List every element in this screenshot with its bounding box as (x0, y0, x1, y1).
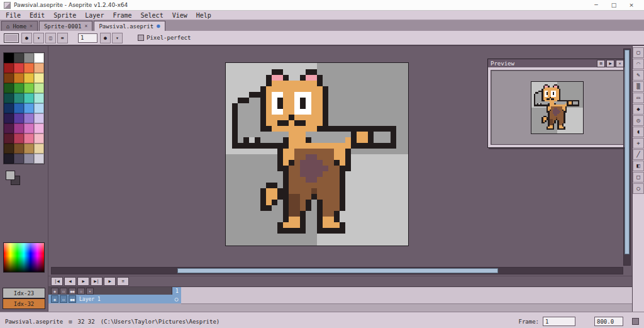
palette-swatch[interactable] (24, 53, 34, 63)
background-index-button[interactable]: Idx-32 (3, 298, 45, 309)
paint-bucket-tool[interactable]: ◧ (633, 161, 644, 171)
palette-swatch[interactable] (34, 53, 44, 63)
palette-swatch[interactable] (14, 144, 24, 154)
playback-options-button[interactable]: ≡ (117, 277, 129, 286)
symmetry-button[interactable]: ◫ (45, 33, 56, 43)
frame-1-header-cell[interactable]: 1 (172, 287, 182, 295)
layer-link-toggle[interactable]: ●● (69, 295, 76, 303)
ink-dropdown-button[interactable]: ▾ (33, 33, 44, 43)
tab-pawsival[interactable]: Pawsival.aseprit ● (94, 21, 165, 31)
palette-swatch[interactable] (14, 154, 24, 164)
move-tool[interactable]: + (633, 138, 644, 149)
palette-swatch[interactable] (24, 113, 34, 123)
tab-home-close-icon[interactable]: × (30, 23, 33, 29)
ellipse-tool[interactable]: ○ (633, 183, 644, 194)
timeline-lock-toggle[interactable]: ◻ (60, 288, 67, 295)
timeline-cel-toggle[interactable]: ▫ (77, 288, 85, 295)
zoom-input[interactable]: 800.0 (594, 317, 623, 326)
palette-swatch[interactable] (34, 144, 44, 154)
tab-sprite-0001[interactable]: Sprite-0001 × (39, 21, 92, 31)
palette-swatch[interactable] (14, 123, 24, 133)
palette-swatch[interactable] (24, 83, 34, 93)
palette-swatch[interactable] (34, 73, 44, 83)
palette-swatch[interactable] (14, 73, 24, 83)
vertical-scrollbar[interactable] (623, 48, 631, 266)
palette-swatch[interactable] (24, 63, 34, 73)
palette-swatch[interactable] (4, 73, 14, 83)
spray-tool[interactable]: ▒ (633, 81, 644, 92)
foreground-index-button[interactable]: Idx-23 (3, 288, 45, 298)
menu-help[interactable]: Help (192, 12, 216, 19)
brush-size-field[interactable]: 1 (78, 33, 97, 43)
palette-swatch[interactable] (4, 53, 14, 63)
cel-cell[interactable]: ◯ (172, 295, 180, 303)
first-frame-button[interactable]: |◀ (51, 277, 63, 286)
palette-swatch[interactable] (24, 133, 34, 144)
menu-layer[interactable]: Layer (80, 12, 108, 19)
palette-swatch[interactable] (34, 103, 44, 113)
prev-frame-button[interactable]: ◀ (64, 277, 76, 286)
ink-swatch-button[interactable] (4, 33, 19, 43)
palette-swatch[interactable] (4, 83, 14, 93)
close-button[interactable]: × (623, 1, 640, 9)
menu-file[interactable]: File (1, 12, 25, 19)
minimize-button[interactable]: ─ (587, 1, 605, 9)
pencil-tool[interactable]: ✎ (633, 70, 644, 81)
sprite-canvas[interactable] (226, 64, 408, 245)
palette-swatch[interactable] (24, 93, 34, 103)
maximize-button[interactable]: □ (605, 1, 623, 9)
palette-swatch[interactable] (24, 103, 34, 113)
last-frame-button[interactable]: ▶ (104, 277, 116, 286)
palette-swatch[interactable] (34, 133, 44, 144)
layer-eye-toggle[interactable]: ◉ (51, 295, 58, 303)
palette-swatch[interactable] (14, 83, 24, 93)
palette-swatch[interactable] (4, 113, 14, 123)
preview-play-button[interactable]: ▶ (606, 60, 614, 67)
brush-type-button[interactable]: ● (21, 33, 32, 43)
palette-swatch[interactable] (14, 53, 24, 63)
menu-edit[interactable]: Edit (25, 12, 49, 19)
slice-tool[interactable]: ╱ (633, 149, 644, 160)
next-frame-button[interactable]: ▶| (91, 277, 103, 286)
preview-title-bar[interactable]: Preview ⊞▶× (488, 59, 626, 67)
palette-swatch[interactable] (14, 63, 24, 73)
palette-swatch[interactable] (34, 113, 44, 123)
timeline-frames-area[interactable] (181, 287, 632, 304)
zoom-tool[interactable]: ◎ (633, 115, 644, 126)
timeline-onion-toggle[interactable]: ●● (69, 288, 76, 295)
brush-preview-button[interactable]: ● (100, 33, 111, 43)
palette-swatch[interactable] (14, 113, 24, 123)
palette-swatch[interactable] (34, 154, 44, 164)
hand-tool[interactable]: ◖ (633, 127, 644, 137)
palette-swatch[interactable] (4, 93, 14, 103)
layer-name[interactable]: Layer 1 (79, 297, 101, 302)
palette-swatch[interactable] (14, 103, 24, 113)
palette-swatch[interactable] (4, 154, 14, 164)
palette-swatch[interactable] (34, 93, 44, 103)
palette-swatch[interactable] (24, 144, 34, 154)
menu-frame[interactable]: Frame (108, 12, 136, 19)
palette-swatch[interactable] (24, 73, 34, 83)
horizontal-scrollbar-thumb[interactable] (177, 268, 498, 273)
menu-select[interactable]: Select (136, 12, 168, 19)
play-button[interactable]: ▶ (77, 277, 89, 286)
palette-swatch[interactable] (34, 63, 44, 73)
vertical-scrollbar-thumb[interactable] (625, 50, 630, 254)
tab-sprite-0001-close-icon[interactable]: × (85, 23, 88, 29)
palette-swatch[interactable] (4, 63, 14, 73)
timeline-eye-toggle[interactable]: ◉ (51, 288, 58, 295)
palette-swatch[interactable] (4, 103, 14, 113)
palette-swatch[interactable] (4, 144, 14, 154)
menu-view[interactable]: View (168, 12, 192, 19)
tab-home[interactable]: ⌂ Home × (1, 21, 38, 31)
palette-swatch[interactable] (4, 123, 14, 133)
eraser-tool[interactable]: ▭ (633, 93, 644, 103)
palette-swatch[interactable] (14, 133, 24, 144)
foreground-color-swatch[interactable] (6, 171, 15, 180)
frame-input[interactable]: 1 (543, 317, 575, 326)
palette-swatch[interactable] (24, 123, 34, 133)
eyedropper-tool[interactable]: ◆ (633, 104, 644, 115)
ink-options-button[interactable]: ▾ (112, 33, 123, 43)
rectangle-tool[interactable]: □ (633, 172, 644, 183)
preview-options-button[interactable]: ⊞ (597, 60, 605, 67)
